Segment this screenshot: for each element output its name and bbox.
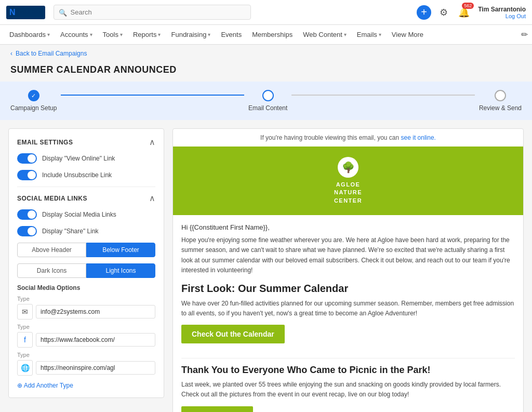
nav-item-memberships[interactable]: Memberships — [247, 25, 298, 45]
main-content: EMAIL SETTINGS ∧ Display "View Online" L… — [0, 120, 532, 412]
section2-title: Thank You to Everyone Who Came to Picnic… — [181, 365, 515, 376]
view-online-toggle[interactable] — [17, 153, 37, 164]
step-line-2 — [291, 95, 475, 96]
nav-item-dashboards[interactable]: Dashboards ▾ — [4, 25, 55, 45]
social-options-title: Social Media Options — [17, 284, 155, 291]
breadcrumb-arrow-icon: ‹ — [10, 50, 12, 57]
stepper: ✓ Campaign Setup Email Content Review & … — [0, 82, 532, 120]
email-section-divider — [181, 358, 515, 358]
see-online-link[interactable]: see it online. — [401, 134, 436, 141]
step-campaign-setup: ✓ Campaign Setup — [10, 90, 57, 112]
website-social-row: 🌐 — [17, 360, 155, 376]
website-field-label: Type — [17, 352, 155, 358]
left-panel: EMAIL SETTINGS ∧ Display "View Online" L… — [8, 128, 164, 398]
email-header-banner: 🌳 AGLOE NATURE CENTER — [173, 147, 523, 215]
logo-text: NEON CRM — [17, 10, 42, 15]
reports-chevron-icon: ▾ — [158, 32, 161, 37]
page-title: SUMMER CALENDAR ANNOUNCED — [0, 62, 532, 82]
nav-label-web-content: Web Content — [303, 31, 342, 38]
step-label-email-content: Email Content — [248, 104, 287, 112]
logo: N NEON CRM — [6, 6, 45, 19]
web-content-chevron-icon: ▾ — [344, 32, 347, 37]
logout-link[interactable]: Log Out — [478, 13, 526, 19]
step-review-send: Review & Send — [479, 90, 522, 112]
logo-n: N — [9, 8, 16, 17]
settings-divider — [17, 187, 155, 187]
nav-label-events: Events — [221, 31, 242, 38]
view-online-label: Display "View Online" Link — [42, 155, 115, 162]
display-share-label: Display "Share" Link — [42, 228, 99, 235]
user-info: Tim Sarrantonio Log Out — [478, 6, 526, 19]
website-social-input[interactable] — [36, 361, 155, 375]
display-social-toggle-row: Display Social Media Links — [17, 209, 155, 220]
unsubscribe-toggle[interactable] — [17, 170, 37, 180]
facebook-social-row: f — [17, 332, 155, 348]
nav-item-accounts[interactable]: Accounts ▾ — [55, 25, 97, 45]
above-header-button[interactable]: Above Header — [17, 243, 86, 257]
nav-item-events[interactable]: Events — [216, 25, 247, 45]
icon-style-button-group: Dark Icons Light Icons — [17, 263, 155, 278]
email-settings-collapse[interactable]: ∧ — [149, 137, 155, 147]
light-icons-button[interactable]: Light Icons — [86, 263, 155, 278]
email-field-label: Type — [17, 296, 155, 302]
facebook-social-input[interactable] — [36, 333, 155, 347]
below-footer-button[interactable]: Below Footer — [86, 243, 155, 257]
search-input[interactable] — [54, 5, 251, 20]
check-calendar-button[interactable]: Check Out the Calendar — [181, 325, 285, 343]
read-blog-button[interactable]: Read The Blog — [181, 406, 253, 412]
search-box: 🔍 — [54, 5, 251, 20]
display-social-label: Display Social Media Links — [42, 211, 116, 218]
section1-body: We have over 20 fun-filled activities pl… — [181, 299, 515, 318]
email-greeting: Hi {{Constituent First Name}}, — [181, 223, 515, 231]
nav-label-view-more: View More — [392, 31, 423, 38]
nav-item-reports[interactable]: Reports ▾ — [128, 25, 166, 45]
website-social-icon: 🌐 — [17, 360, 33, 376]
email-settings-header: EMAIL SETTINGS ∧ — [17, 137, 155, 147]
step-circle-campaign-setup: ✓ — [28, 90, 39, 101]
email-social-input[interactable] — [36, 305, 155, 318]
nav-item-emails[interactable]: Emails ▾ — [352, 25, 387, 45]
nav-item-view-more[interactable]: View More — [387, 25, 429, 45]
nav-label-fundraising: Fundraising — [171, 31, 206, 38]
display-social-toggle[interactable] — [17, 209, 37, 220]
add-button[interactable]: + — [417, 5, 431, 20]
facebook-field-label: Type — [17, 324, 155, 330]
search-icon: 🔍 — [59, 8, 67, 16]
user-name: Tim Sarrantonio — [478, 6, 526, 13]
notifications-badge: 562 — [462, 3, 474, 9]
social-media-title: SOCIAL MEDIA LINKS — [17, 195, 87, 202]
accounts-chevron-icon: ▾ — [90, 32, 92, 37]
nav-label-emails: Emails — [357, 31, 377, 38]
section1-title: First Look: Our Summer Calendar — [181, 283, 515, 295]
breadcrumb-label: Back to Email Campaigns — [16, 50, 87, 57]
add-type-button[interactable]: ⊕ Add Another Type — [17, 382, 73, 389]
nav-menu: Dashboards ▾ Accounts ▾ Tools ▾ Reports … — [0, 25, 532, 45]
nav-item-fundraising[interactable]: Fundraising ▾ — [166, 25, 216, 45]
trouble-message: If you're having trouble viewing this em… — [260, 134, 399, 141]
step-circle-review-send — [495, 90, 506, 101]
nav-label-tools: Tools — [103, 31, 118, 38]
unsubscribe-label: Include Unsubscribe Link — [42, 171, 112, 179]
facebook-social-icon: f — [17, 332, 33, 348]
emails-chevron-icon: ▾ — [379, 32, 381, 37]
logo-icon: N NEON CRM — [6, 6, 45, 19]
social-media-collapse[interactable]: ∧ — [149, 193, 155, 203]
email-trouble-text: If you're having trouble viewing this em… — [173, 129, 523, 147]
breadcrumb[interactable]: ‹ Back to Email Campaigns — [0, 45, 532, 62]
display-share-toggle[interactable] — [17, 226, 37, 236]
email-body: Hi {{Constituent First Name}}, Hope you'… — [173, 215, 523, 412]
settings-button[interactable]: ⚙ — [437, 5, 450, 20]
nav-item-tools[interactable]: Tools ▾ — [98, 25, 128, 45]
nav-item-web-content[interactable]: Web Content ▾ — [298, 25, 352, 45]
email-preview-panel: If you're having trouble viewing this em… — [172, 128, 524, 412]
dashboards-chevron-icon: ▾ — [47, 32, 50, 37]
step-circle-email-content — [262, 90, 274, 101]
nav-label-accounts: Accounts — [60, 31, 88, 38]
social-media-header: SOCIAL MEDIA LINKS ∧ — [17, 193, 155, 203]
edit-nav-icon[interactable]: ✏ — [521, 30, 528, 39]
dark-icons-button[interactable]: Dark Icons — [17, 263, 86, 278]
org-logo: 🌳 — [338, 157, 358, 178]
notifications-button[interactable]: 🔔 562 — [456, 5, 472, 20]
step-label-campaign-setup: Campaign Setup — [10, 104, 57, 112]
step-line-1 — [61, 95, 244, 96]
